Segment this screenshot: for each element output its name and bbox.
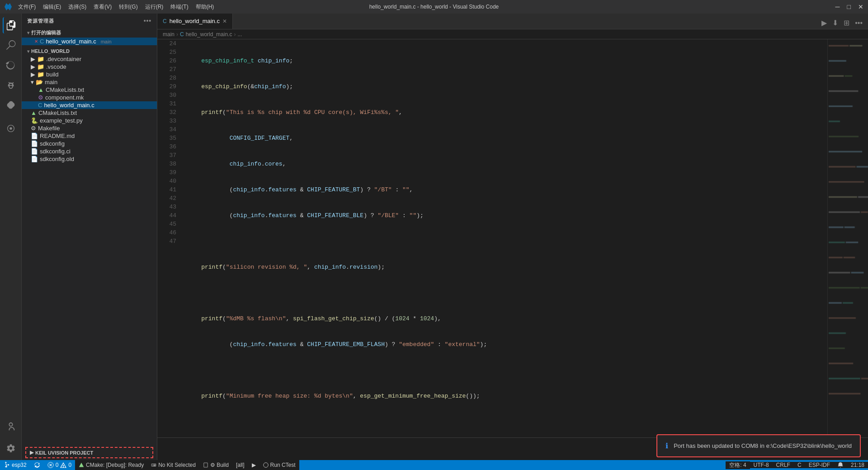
- tree-item-example-test[interactable]: 🐍 example_test.py: [22, 117, 157, 124]
- tree-item-build[interactable]: ▶ 📁 build: [22, 71, 157, 78]
- build-icon: [203, 462, 208, 468]
- status-sync[interactable]: [30, 460, 44, 470]
- editor-tab-hello-world[interactable]: C hello_world_main.c ✕: [157, 13, 233, 29]
- code-line-38: [187, 418, 827, 426]
- tab-close-button[interactable]: ✕: [222, 18, 227, 24]
- line-num-37: 37: [157, 151, 176, 160]
- tree-item-sdkconfig-old[interactable]: 📄 sdkconfig.old: [22, 155, 157, 163]
- status-branch[interactable]: esp32: [0, 460, 30, 470]
- tree-item-devcontainer[interactable]: ▶ 📁 .devcontainer: [22, 55, 157, 63]
- split-editor-icon[interactable]: ⊞: [842, 17, 851, 29]
- tree-item-label: hello_world_main.c: [44, 102, 94, 109]
- status-debug-run[interactable]: ▶: [248, 460, 259, 470]
- status-runctest[interactable]: Run CTest: [259, 460, 299, 470]
- makefile-icon: ⚙: [31, 125, 36, 132]
- breadcrumb: main › C hello_world_main.c › ...: [157, 29, 868, 39]
- status-buildall[interactable]: [all]: [232, 460, 248, 470]
- status-notification-bell[interactable]: [834, 462, 847, 468]
- status-encoding[interactable]: UTF-8: [750, 462, 773, 468]
- status-cmake[interactable]: CMake: [Debug]: Ready: [75, 460, 147, 470]
- more-actions-icon[interactable]: •••: [853, 17, 864, 29]
- menu-run[interactable]: 运行(R): [142, 2, 166, 12]
- code-content[interactable]: esp_chip_info_t chip_info; esp_chip_info…: [180, 39, 827, 437]
- menu-bar: 文件(F) 编辑(E) 选择(S) 查看(V) 转到(G) 运行(R) 终端(T…: [15, 2, 217, 12]
- close-file-icon[interactable]: ✕: [34, 39, 38, 44]
- tree-item-label: Makefile: [38, 125, 60, 132]
- code-line-24: esp_chip_info_t chip_info;: [187, 57, 827, 65]
- tree-item-sdkconfig-ci[interactable]: 📄 sdkconfig.ci: [22, 147, 157, 155]
- project-section[interactable]: ▾ HELLO_WORLD: [22, 47, 157, 55]
- activity-explorer[interactable]: [3, 17, 19, 33]
- file-icon: 📄: [31, 140, 38, 147]
- activity-remote[interactable]: [3, 120, 19, 137]
- cmake-icon: ▲: [38, 86, 44, 93]
- status-build[interactable]: ⚙ Build: [199, 460, 232, 470]
- open-file-hello-world-main[interactable]: ✕ C hello_world_main.c main: [22, 38, 157, 45]
- svg-point-5: [263, 463, 268, 468]
- sidebar-menu-button[interactable]: •••: [144, 17, 151, 24]
- status-lang[interactable]: C: [794, 462, 805, 468]
- tab-actions: ▶ ⬇ ⊞ •••: [820, 17, 868, 29]
- menu-view[interactable]: 查看(V): [91, 2, 114, 12]
- activity-settings[interactable]: [3, 440, 19, 456]
- line-num-35: 35: [157, 134, 176, 142]
- tab-filename: hello_world_main.c: [170, 18, 220, 24]
- tree-item-sdkconfig[interactable]: 📄 sdkconfig: [22, 140, 157, 147]
- tree-item-main-folder[interactable]: ▾ 📂 main: [22, 78, 157, 86]
- activity-scm[interactable]: [3, 57, 19, 73]
- activity-debug[interactable]: [3, 77, 19, 93]
- menu-file[interactable]: 文件(F): [15, 2, 38, 12]
- activity-search[interactable]: [3, 37, 19, 53]
- line-num-24: 24: [157, 39, 176, 48]
- keil-section[interactable]: ▶ KEIL UVISION PROJECT: [30, 450, 149, 456]
- status-eol[interactable]: CRLF: [773, 462, 794, 468]
- folder-icon: 📁: [37, 63, 44, 70]
- breadcrumb-more[interactable]: ...: [237, 31, 242, 38]
- breadcrumb-filename[interactable]: hello_world_main.c: [186, 31, 232, 38]
- vscode-logo-icon: [5, 3, 12, 10]
- chevron-icon: ▶: [30, 450, 33, 456]
- line-num-30: 30: [157, 91, 176, 100]
- status-errors[interactable]: 0 0: [44, 460, 75, 470]
- menu-edit[interactable]: 编辑(E): [40, 2, 64, 12]
- line-num-44: 44: [157, 211, 176, 220]
- status-espidf[interactable]: ESP-IDF: [805, 462, 834, 468]
- menu-select[interactable]: 选择(S): [66, 2, 89, 12]
- c-file-icon: C: [40, 38, 44, 45]
- menu-terminal[interactable]: 终端(T): [168, 2, 191, 12]
- line-num-43: 43: [157, 203, 176, 211]
- project-chevron: ▾: [27, 49, 29, 54]
- breadcrumb-c-icon: C: [180, 31, 184, 38]
- sidebar: 资源管理器 ••• ▾ 打开的编辑器 ✕ C hello_world_main.…: [22, 14, 157, 460]
- menu-goto[interactable]: 转到(G): [116, 2, 140, 12]
- status-spaces[interactable]: 空格: 4: [726, 461, 750, 469]
- breadcrumb-main[interactable]: main: [163, 31, 175, 38]
- tree-item-cmakelists-main[interactable]: ▲ CMakeLists.txt: [22, 86, 157, 94]
- line-num-40: 40: [157, 177, 176, 185]
- folder-icon: 📁: [37, 56, 44, 62]
- tree-item-readme[interactable]: 📄 README.md: [22, 132, 157, 140]
- close-button[interactable]: ✕: [858, 3, 863, 10]
- menu-help[interactable]: 帮助(H): [193, 2, 217, 12]
- tree-item-vscode[interactable]: ▶ 📁 .vscode: [22, 63, 157, 71]
- tree-item-cmakelists-root[interactable]: ▲ CMakeLists.txt: [22, 109, 157, 117]
- maximize-button[interactable]: □: [847, 3, 851, 10]
- tree-item-hello-world-c[interactable]: C hello_world_main.c: [22, 101, 157, 109]
- run-icon[interactable]: ▶: [820, 17, 829, 29]
- title-bar-left: 文件(F) 编辑(E) 选择(S) 查看(V) 转到(G) 运行(R) 终端(T…: [5, 2, 217, 12]
- tree-item-component-mk[interactable]: ⚙ component.mk: [22, 94, 157, 101]
- open-editors-section[interactable]: ▾ 打开的编辑器: [22, 28, 157, 38]
- tree-item-makefile[interactable]: ⚙ Makefile: [22, 124, 157, 132]
- open-editors-chevron: ▾: [27, 30, 29, 35]
- tab-bar: C hello_world_main.c ✕ ▶ ⬇ ⊞ •••: [157, 14, 868, 29]
- activity-extensions[interactable]: [3, 97, 19, 113]
- minimize-button[interactable]: ─: [835, 3, 840, 10]
- download-icon[interactable]: ⬇: [830, 17, 840, 29]
- activity-account[interactable]: [3, 418, 19, 435]
- line-num-32: 32: [157, 108, 176, 117]
- code-line-30: (chip_info.features & CHIP_FEATURE_BLE) …: [187, 211, 827, 220]
- git-branch-icon: [4, 462, 10, 468]
- window-title: hello_world_main.c - hello_world - Visua…: [369, 4, 499, 10]
- kit-icon: [151, 462, 156, 468]
- status-nokit[interactable]: No Kit Selected: [147, 460, 199, 470]
